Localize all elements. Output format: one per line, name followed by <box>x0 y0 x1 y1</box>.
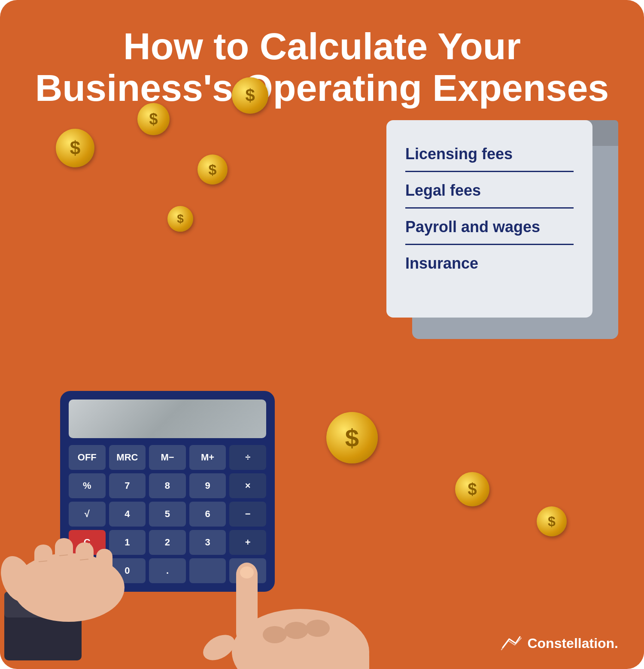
svg-point-17 <box>306 620 330 637</box>
svg-rect-5 <box>55 538 73 587</box>
constellation-logo-icon <box>501 635 522 652</box>
svg-point-19 <box>240 566 254 578</box>
receipt-item-licensing: Licensing fees <box>405 136 574 172</box>
page-title: How to Calculate Your Business's Operati… <box>0 0 644 122</box>
svg-rect-12 <box>249 643 369 669</box>
main-container: How to Calculate Your Business's Operati… <box>0 0 644 669</box>
calc-btn-divide[interactable]: ÷ <box>229 445 266 470</box>
coin-8 <box>537 506 567 536</box>
receipt-container: Licensing fees Legal fees Payroll and wa… <box>386 120 610 318</box>
coin-4 <box>197 154 228 185</box>
logo-area: Constellation. <box>501 635 618 652</box>
coin-7 <box>455 472 489 506</box>
receipt: Licensing fees Legal fees Payroll and wa… <box>386 120 592 318</box>
svg-point-15 <box>263 626 287 643</box>
svg-rect-4 <box>34 545 52 587</box>
receipt-item-legal: Legal fees <box>405 172 574 209</box>
logo-text: Constellation. <box>527 636 618 651</box>
svg-point-16 <box>284 622 308 639</box>
coin-2 <box>137 103 170 135</box>
receipt-item-insurance: Insurance <box>405 245 574 280</box>
coin-3 <box>232 77 268 114</box>
coin-5 <box>167 206 193 232</box>
coin-6 <box>326 412 378 463</box>
hand-right-svg <box>94 489 386 669</box>
receipt-item-payroll: Payroll and wages <box>405 209 574 245</box>
svg-rect-6 <box>76 542 94 587</box>
coin-1 <box>56 129 94 167</box>
